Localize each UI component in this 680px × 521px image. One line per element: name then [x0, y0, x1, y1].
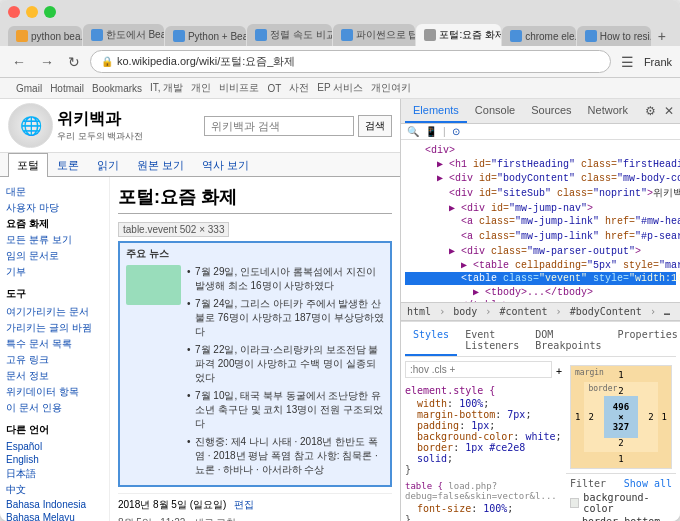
close-button[interactable] [8, 6, 20, 18]
sidebar-link-current[interactable]: 요즘 화제 [6, 217, 103, 231]
forward-button[interactable]: → [36, 52, 58, 72]
sidebar-link-zh[interactable]: 中文 [6, 483, 103, 497]
tab-label-2: Python + Bea... [188, 31, 246, 42]
tab-4[interactable]: 파이썬으로 팁... × [333, 24, 416, 46]
sidebar-link-permalink[interactable]: 고유 링크 [6, 353, 103, 367]
dom-line-0[interactable]: <div> [405, 144, 676, 157]
styles-new-rule-btn[interactable]: + [556, 366, 562, 377]
devtools-filter-icon[interactable]: ⊙ [452, 126, 460, 137]
minimize-button[interactable] [26, 6, 38, 18]
tab-3[interactable]: 정렬 속도 비교... × [247, 24, 332, 46]
wiki-news-item-2: 7월 22일, 이라크·스리랑카의 보조전담 불파격 200명이 사망하고 수백… [187, 343, 384, 385]
dom-line-1[interactable]: ▶ <h1 id="firstHeading" class="firstHead… [405, 157, 676, 171]
sidebar-link-allcat[interactable]: 모든 분류 보기 [6, 233, 103, 247]
bookmark-it[interactable]: IT, 개발 [150, 81, 183, 95]
wiki-news-item-1: 7월 24일, 그리스 아티카 주에서 발생한 산불로 76명이 사망하고 18… [187, 297, 384, 339]
bookmark-hotmail[interactable]: Hotmail [50, 83, 84, 94]
bookmark-vivipro[interactable]: 비비프로 [219, 81, 259, 95]
devtools-close-button[interactable]: ✕ [662, 102, 676, 120]
address-bar[interactable]: 🔒 ko.wikipedia.org/wiki/포털:요즘_화제 [90, 50, 611, 73]
sidebar-link-random[interactable]: 임의 문서로 [6, 249, 103, 263]
wiki-search-input[interactable] [204, 116, 354, 136]
bc-body[interactable]: body [453, 306, 477, 317]
styles-tab-properties[interactable]: Properties [610, 326, 680, 356]
wiki-search-button[interactable]: 검색 [358, 115, 392, 137]
devtools-tab-sources[interactable]: Sources [523, 99, 579, 123]
devtools-settings-button[interactable]: ⚙ [643, 102, 658, 120]
tab-7[interactable]: How to resi... × [577, 26, 651, 46]
devtools-tab-elements[interactable]: Elements [405, 99, 467, 123]
sidebar-link-user[interactable]: 사용자 마당 [6, 201, 103, 215]
bookmark-gmail[interactable]: Gmail [16, 83, 42, 94]
dom-line-6[interactable]: <a class="mw-jump-link" href="#p-search"… [405, 228, 676, 244]
sidebar-link-daemun[interactable]: 대문 [6, 185, 103, 199]
sidebar-link-id[interactable]: Bahasa Indonesia [6, 499, 103, 510]
dom-line-7[interactable]: ▶ <div class="mw-parser-output"> [405, 244, 676, 258]
box-border-bottom: 2 [618, 438, 623, 448]
dom-line-4[interactable]: ▶ <div id="mw-jump-nav"> [405, 201, 676, 215]
tab-6[interactable]: chrome ele... × [502, 26, 576, 46]
dom-tree[interactable]: <div> ▶ <h1 id="firstHeading" class="fir… [401, 140, 680, 302]
wiki-tab-discussion[interactable]: 토론 [48, 153, 88, 177]
menu-button[interactable]: ☰ [617, 52, 638, 72]
devtools-inspector-icon[interactable]: 🔍 [407, 126, 419, 137]
sidebar-link-es[interactable]: Español [6, 441, 103, 452]
box-margin-top: 1 [618, 370, 623, 380]
filter-result-0[interactable]: background-color [570, 492, 672, 514]
bookmark-ep[interactable]: EP 서비스 [317, 81, 363, 95]
wiki-body: 대문 사용자 마당 요즘 화제 모든 분류 보기 임의 문서로 기부 도구 여기… [0, 177, 400, 521]
styles-tab-dom-breakpoints[interactable]: DOM Breakpoints [527, 326, 609, 356]
bookmark-dict[interactable]: 사전 [289, 81, 309, 95]
bc-mw-content[interactable]: #mw-content-text [664, 306, 680, 317]
dom-line-8[interactable]: ▶ <table cellpadding="5px" style="margin… [405, 258, 676, 272]
devtools-device-icon[interactable]: 📱 [425, 126, 437, 137]
box-border: border 2 2 496 × 327 [584, 382, 657, 452]
box-margin-bottom: 1 [618, 454, 623, 464]
sidebar-link-en[interactable]: English [6, 454, 103, 465]
filter-result-1[interactable]: border-bottom-col... [570, 516, 672, 521]
dom-line-3[interactable]: <div id="siteSub" class="noprint">위키백과, … [405, 185, 676, 201]
wiki-edit-0[interactable]: 편집 [234, 498, 254, 512]
sidebar-link-info[interactable]: 문서 정보 [6, 369, 103, 383]
tab-0[interactable]: python bea... × [8, 26, 82, 46]
bookmark-bookmarks[interactable]: Bookmarks [92, 83, 142, 94]
table-style-close: } [405, 514, 562, 521]
wiki-tab-read[interactable]: 읽기 [88, 153, 128, 177]
sidebar-link-related[interactable]: 가리키는 글의 바뀜 [6, 321, 103, 335]
bc-bodycontent[interactable]: #bodyContent [570, 306, 642, 317]
dom-line-9[interactable]: <table class="vevent" style="width:100%;… [405, 272, 676, 285]
wiki-sidebar-lang-title: 다른 언어 [6, 423, 103, 437]
reload-button[interactable]: ↻ [64, 52, 84, 72]
bookmark-personal2[interactable]: 개인여키 [371, 81, 411, 95]
tab-5[interactable]: 포털:요즘 화제... × [416, 24, 501, 46]
devtools-tab-console[interactable]: Console [467, 99, 523, 123]
sidebar-link-wikidata[interactable]: 위키데이터 항목 [6, 385, 103, 399]
new-tab-button[interactable]: + [652, 26, 672, 46]
wiki-tab-source[interactable]: 원본 보기 [128, 153, 193, 177]
bc-content[interactable]: #content [499, 306, 547, 317]
bookmark-personal[interactable]: 개인 [191, 81, 211, 95]
styles-filter-input[interactable] [405, 361, 552, 378]
tab-2[interactable]: Python + Bea... × [165, 26, 246, 46]
bookmark-ot[interactable]: OT [267, 83, 281, 94]
back-button[interactable]: ← [8, 52, 30, 72]
show-all-btn[interactable]: Show all [624, 478, 672, 492]
dom-line-5[interactable]: <a class="mw-jump-link" href="#mw-head">… [405, 215, 676, 228]
sidebar-link-whatlinks[interactable]: 여기가리키는 문서 [6, 305, 103, 319]
maximize-button[interactable] [44, 6, 56, 18]
dom-line-2[interactable]: ▶ <div id="bodyContent" class="mw-body-c… [405, 171, 676, 185]
styles-tab-events[interactable]: Event Listeners [457, 326, 527, 356]
dom-line-10[interactable]: ▶ <tbody>...</tbody> [405, 285, 676, 299]
wiki-tab-portal[interactable]: 포털 [8, 153, 48, 177]
devtools-tab-network[interactable]: Network [580, 99, 636, 123]
sidebar-link-ja[interactable]: 日本語 [6, 467, 103, 481]
sidebar-link-special[interactable]: 특수 문서 목록 [6, 337, 103, 351]
sidebar-link-donate[interactable]: 기부 [6, 265, 103, 279]
styles-tab-styles[interactable]: Styles [405, 326, 457, 356]
wiki-news-item-3: 7월 10일, 태국 북부 동굴에서 조난당한 유소년 축구단 및 코치 13명… [187, 389, 384, 431]
tab-1[interactable]: 한도에서 Bea... × [83, 24, 164, 46]
sidebar-link-cite[interactable]: 이 문서 인용 [6, 401, 103, 415]
wiki-tab-history[interactable]: 역사 보기 [193, 153, 258, 177]
sidebar-link-ms[interactable]: Bahasa Melayu [6, 512, 103, 521]
bc-html[interactable]: html [407, 306, 431, 317]
